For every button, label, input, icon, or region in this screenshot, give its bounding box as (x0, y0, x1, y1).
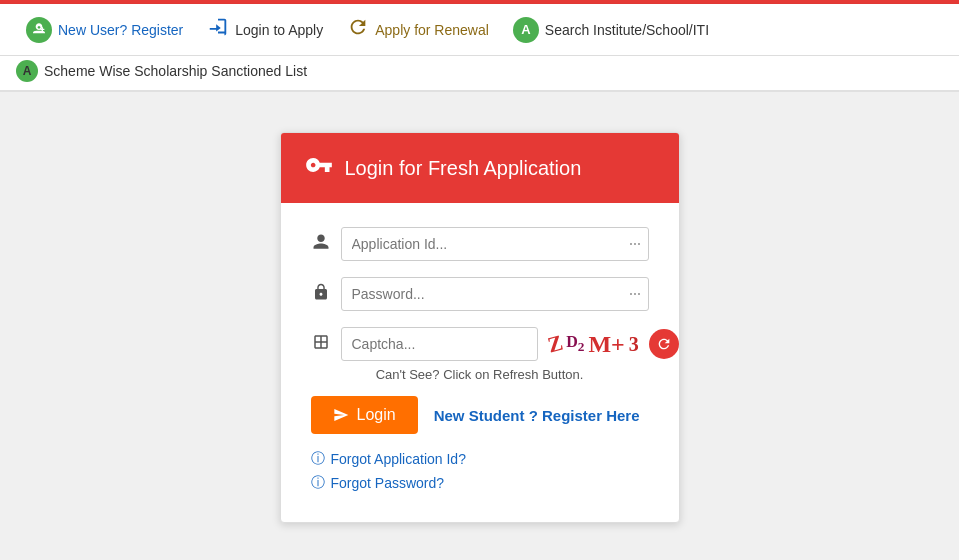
key-icon (305, 151, 333, 185)
scheme-icon: A (16, 60, 38, 82)
main-nav: New User? Register Login to Apply Apply … (0, 4, 959, 56)
captcha-input[interactable] (341, 327, 538, 361)
forgot-password-link[interactable]: ⓘ Forgot Password? (311, 474, 649, 492)
nav-item-login[interactable]: Login to Apply (197, 12, 333, 47)
captcha-char-z: Z (544, 330, 565, 359)
forgot-links-row: ⓘ Forgot Application Id? ⓘ Forgot Passwo… (311, 450, 649, 492)
forgot-password-label: Forgot Password? (331, 475, 445, 491)
password-toggle[interactable]: ⋯ (629, 287, 641, 301)
application-id-wrapper: ⋯ (341, 227, 649, 261)
forgot-app-id-label: Forgot Application Id? (331, 451, 466, 467)
captcha-input-wrapper: Z D2 M+ 3 (341, 327, 679, 361)
password-input[interactable] (341, 277, 649, 311)
captcha-char-d2: D2 (566, 333, 584, 355)
captcha-char-m: M+ (588, 331, 624, 358)
forgot-app-id-link[interactable]: ⓘ Forgot Application Id? (311, 450, 649, 468)
login-label: Login to Apply (235, 22, 323, 38)
renewal-refresh-icon (347, 16, 369, 43)
scheme-label: Scheme Wise Scholarship Sanctioned List (44, 63, 307, 79)
login-card-title: Login for Fresh Application (345, 157, 582, 180)
action-row: Login New Student ? Register Here (311, 396, 649, 434)
login-arrow-icon (207, 16, 229, 43)
login-button-label: Login (357, 406, 396, 424)
captcha-image: Z D2 M+ 3 (548, 331, 639, 358)
register-here-label: New Student ? Register Here (434, 407, 640, 424)
password-wrapper: ⋯ (341, 277, 649, 311)
password-row: ⋯ (311, 277, 649, 311)
search-institute-label: Search Institute/School/ITI (545, 22, 709, 38)
renewal-label: Apply for Renewal (375, 22, 489, 38)
main-content: Login for Fresh Application ⋯ (0, 92, 959, 560)
register-here-link[interactable]: New Student ? Register Here (434, 407, 640, 424)
password-field-icon (311, 283, 331, 306)
application-id-input[interactable] (341, 227, 649, 261)
new-user-icon (26, 17, 52, 43)
cant-see-text: Can't See? Click on Refresh Button. (311, 367, 649, 382)
nav-item-new-user[interactable]: New User? Register (16, 13, 193, 47)
new-user-label: New User? Register (58, 22, 183, 38)
scheme-nav-row: A Scheme Wise Scholarship Sanctioned Lis… (0, 56, 959, 92)
captcha-char-3: 3 (629, 333, 639, 356)
search-institute-icon: A (513, 17, 539, 43)
forgot-password-icon: ⓘ (311, 474, 325, 492)
login-card: Login for Fresh Application ⋯ (280, 132, 680, 523)
captcha-field-icon (311, 333, 331, 356)
application-id-row: ⋯ (311, 227, 649, 261)
captcha-row: Z D2 M+ 3 (311, 327, 649, 361)
nav-item-search[interactable]: A Search Institute/School/ITI (503, 13, 719, 47)
captcha-refresh-button[interactable] (649, 329, 679, 359)
nav-item-renewal[interactable]: Apply for Renewal (337, 12, 499, 47)
login-card-header: Login for Fresh Application (281, 133, 679, 203)
login-card-body: ⋯ ⋯ (281, 203, 679, 522)
send-icon (333, 407, 349, 423)
user-field-icon (311, 233, 331, 256)
forgot-app-id-icon: ⓘ (311, 450, 325, 468)
login-button[interactable]: Login (311, 396, 418, 434)
application-id-toggle[interactable]: ⋯ (629, 237, 641, 251)
